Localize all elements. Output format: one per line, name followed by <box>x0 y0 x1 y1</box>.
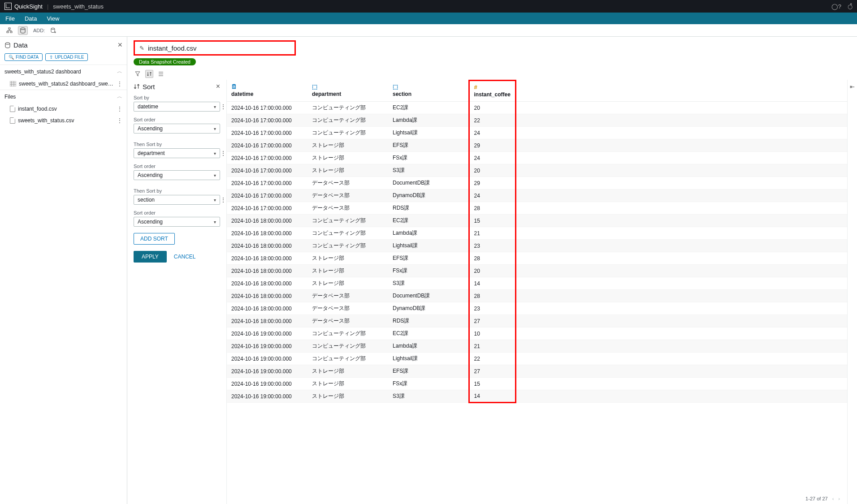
cell-department: コンピューティング部 <box>307 227 388 240</box>
collapse-rail-icon[interactable]: ⇤ <box>850 83 855 90</box>
dashboard-item[interactable]: sweets_with_status2 dashboard_sweets_wit… <box>0 78 127 90</box>
sort-order-select-1[interactable]: Ascending <box>134 124 220 134</box>
table-row[interactable]: 2024-10-16 19:00:00.000 コンピューティング部 Light… <box>227 353 847 365</box>
table-row[interactable]: 2024-10-16 18:00:00.000 データベース部 Document… <box>227 290 847 302</box>
table-row[interactable]: 2024-10-16 19:00:00.000 ストレージ部 FSx課 15 <box>227 378 847 390</box>
cell-spacer <box>515 302 847 315</box>
close-data-panel[interactable]: × <box>117 40 122 50</box>
file-icon <box>10 117 15 124</box>
prev-page[interactable]: ‹ <box>832 496 834 501</box>
cell-instant-coffee: 20 <box>469 265 515 277</box>
file-item-menu[interactable] <box>117 106 122 112</box>
topbar: QuickSight | sweets_with_status ◯? ○̊ <box>0 0 857 13</box>
table-row[interactable]: 2024-10-16 19:00:00.000 ストレージ部 S3課 14 <box>227 390 847 403</box>
table-row[interactable]: 2024-10-16 18:00:00.000 コンピューティング部 Lambd… <box>227 227 847 240</box>
table-row[interactable]: 2024-10-16 18:00:00.000 コンピューティング部 EC2課 … <box>227 215 847 227</box>
sort-button[interactable] <box>145 70 153 78</box>
col-spacer <box>515 81 847 102</box>
table-row[interactable]: 2024-10-16 17:00:00.000 データベース部 DynamoDB… <box>227 190 847 202</box>
col-header-department[interactable]: ⬚ department <box>307 81 388 102</box>
svg-point-5 <box>5 43 10 44</box>
table-row[interactable]: 2024-10-16 19:00:00.000 コンピューティング部 Lambd… <box>227 340 847 353</box>
sort-order-select-2[interactable]: Ascending <box>134 170 220 180</box>
sort-field-menu-3[interactable] <box>220 196 226 203</box>
cell-instant-coffee: 24 <box>469 127 515 139</box>
tool-add-dataset[interactable] <box>48 26 58 35</box>
help-icon[interactable]: ◯? <box>831 3 841 10</box>
table-row[interactable]: 2024-10-16 19:00:00.000 コンピューティング部 EC2課 … <box>227 327 847 340</box>
add-sort-button[interactable]: ADD SORT <box>134 233 175 245</box>
cell-spacer <box>515 365 847 378</box>
sort-by-select-3[interactable]: section <box>134 195 220 205</box>
table-row[interactable]: 2024-10-16 17:00:00.000 コンピューティング部 Light… <box>227 127 847 139</box>
cell-department: コンピューティング部 <box>307 353 388 365</box>
col-header-datetime[interactable]: 🗓 datetime <box>227 81 307 102</box>
table-row[interactable]: 2024-10-16 17:00:00.000 ストレージ部 S3課 20 <box>227 164 847 177</box>
list-button[interactable] <box>157 70 165 78</box>
table-row[interactable]: 2024-10-16 19:00:00.000 ストレージ部 EFS課 27 <box>227 365 847 378</box>
cell-datetime: 2024-10-16 18:00:00.000 <box>227 302 307 315</box>
table-row[interactable]: 2024-10-16 18:00:00.000 データベース部 DynamoDB… <box>227 302 847 315</box>
table-row[interactable]: 2024-10-16 18:00:00.000 ストレージ部 FSx課 20 <box>227 265 847 277</box>
cell-spacer <box>515 215 847 227</box>
cell-datetime: 2024-10-16 17:00:00.000 <box>227 177 307 190</box>
pencil-icon[interactable]: ✎ <box>139 45 144 52</box>
table-row[interactable]: 2024-10-16 18:00:00.000 コンピューティング部 Light… <box>227 240 847 252</box>
files-section-header[interactable]: Files ︿ <box>0 90 127 103</box>
file-title-row: ✎ instant_food.csv <box>127 37 857 57</box>
table-row[interactable]: 2024-10-16 17:00:00.000 ストレージ部 EFS課 29 <box>227 139 847 152</box>
cell-instant-coffee: 22 <box>469 353 515 365</box>
close-sort-panel[interactable]: × <box>216 82 220 90</box>
find-data-button[interactable]: 🔍FIND DATA <box>4 53 43 61</box>
cell-section: S3課 <box>388 164 469 177</box>
table-row[interactable]: 2024-10-16 17:00:00.000 データベース部 Document… <box>227 177 847 190</box>
file-title[interactable]: instant_food.csv <box>148 44 196 52</box>
file-item[interactable]: instant_food.csv <box>0 103 127 115</box>
table-row[interactable]: 2024-10-16 17:00:00.000 データベース部 RDS課 28 <box>227 202 847 215</box>
sort-field-menu-2[interactable] <box>220 150 226 157</box>
calendar-icon: 🗓 <box>231 83 303 90</box>
menu-file[interactable]: File <box>5 15 15 22</box>
cell-instant-coffee: 28 <box>469 290 515 302</box>
sort-by-select-2[interactable]: department <box>134 148 220 158</box>
cancel-button[interactable]: CANCEL <box>174 254 196 260</box>
col-header-section[interactable]: ⬚ section <box>388 81 469 102</box>
cell-section: Lightsail課 <box>388 240 469 252</box>
tag-icon: ⬚ <box>312 83 384 90</box>
cell-instant-coffee: 29 <box>469 177 515 190</box>
tool-hierarchy[interactable] <box>4 26 14 35</box>
menu-view[interactable]: View <box>47 15 59 22</box>
table-row[interactable]: 2024-10-16 17:00:00.000 ストレージ部 FSx課 24 <box>227 152 847 164</box>
table-row[interactable]: 2024-10-16 18:00:00.000 ストレージ部 EFS課 28 <box>227 252 847 265</box>
cell-section: S3課 <box>388 390 469 403</box>
table-row[interactable]: 2024-10-16 18:00:00.000 ストレージ部 S3課 14 <box>227 277 847 290</box>
search-icon: 🔍 <box>9 55 14 60</box>
apply-button[interactable]: APPLY <box>134 251 167 263</box>
sort-order-select-3[interactable]: Ascending <box>134 217 220 227</box>
cell-spacer <box>515 164 847 177</box>
sort-field-menu-1[interactable] <box>220 103 226 110</box>
left-panel: Data × 🔍FIND DATA ⇪UPLOAD FILE sweets_wi… <box>0 37 127 504</box>
svg-point-3 <box>21 28 25 30</box>
tool-data-view[interactable] <box>18 26 28 35</box>
user-icon[interactable]: ○̊ <box>848 3 853 10</box>
cell-spacer <box>515 177 847 190</box>
dashboard-section-header[interactable]: sweets_with_status2 dashboard ︿ <box>0 65 127 78</box>
tag-icon: ⬚ <box>393 83 464 90</box>
cell-spacer <box>515 340 847 353</box>
filter-button[interactable] <box>134 70 142 78</box>
dashboard-item-menu[interactable] <box>117 81 122 87</box>
menu-data[interactable]: Data <box>25 15 37 22</box>
table-row[interactable]: 2024-10-16 18:00:00.000 データベース部 RDS課 27 <box>227 315 847 327</box>
sort-by-select-1[interactable]: datetime <box>134 102 220 112</box>
table-row[interactable]: 2024-10-16 17:00:00.000 コンピューティング部 Lambd… <box>227 114 847 127</box>
mini-toolbar <box>127 68 857 80</box>
table-row[interactable]: 2024-10-16 17:00:00.000 コンピューティング部 EC2課 … <box>227 102 847 114</box>
col-header-instant-coffee[interactable]: # instant_coffee <box>469 81 515 102</box>
cell-section: DynamoDB課 <box>388 190 469 202</box>
file-item-menu[interactable] <box>117 117 122 124</box>
file-item[interactable]: sweets_with_status.csv <box>0 115 127 126</box>
upload-file-button[interactable]: ⇪UPLOAD FILE <box>45 53 88 61</box>
next-page[interactable]: › <box>838 496 840 501</box>
cell-instant-coffee: 14 <box>469 390 515 403</box>
